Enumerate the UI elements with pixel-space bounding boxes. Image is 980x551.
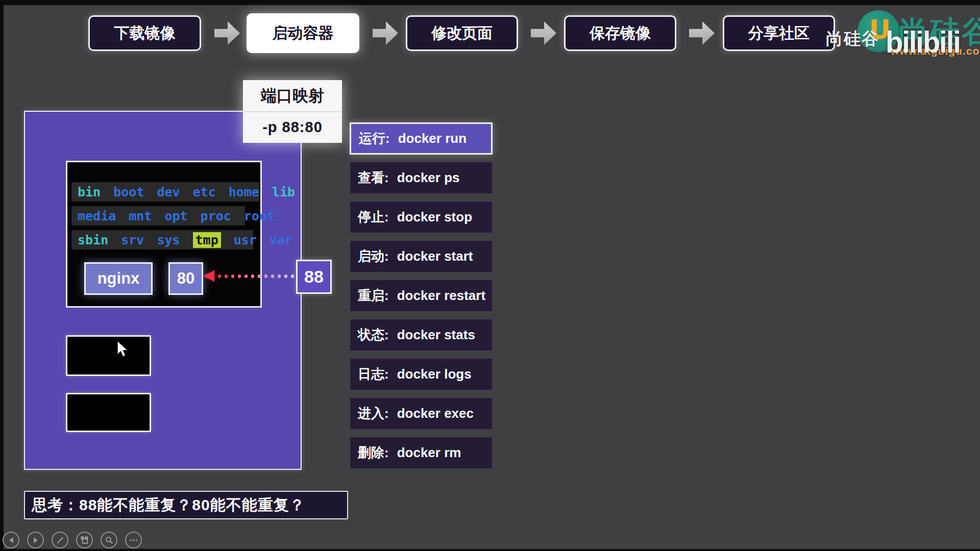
dir-entry: opt (164, 209, 187, 223)
command-text: docker stop (397, 209, 472, 225)
container-terminal[interactable]: bin boot dev etc home lib media mnt opt … (66, 161, 262, 308)
dir-entry: root (244, 209, 275, 223)
next-slide-button[interactable] (27, 532, 44, 548)
flow-arrow-icon (214, 21, 240, 45)
flow-step-label: 下载镜像 (114, 23, 176, 44)
port-mapping-title: 端口映射 (243, 80, 342, 112)
dir-entry: sys (157, 233, 180, 247)
dir-entry: boot (113, 185, 144, 199)
command-label: 重启: (358, 287, 389, 305)
branding-area: U 尚硅谷 www.atguigu.com bilibili 尚硅谷 (817, 5, 980, 64)
command-label: 运行: (359, 130, 390, 147)
nginx-shape[interactable]: nginx (84, 262, 153, 295)
terminal-dir-row: sbin srv sys tmp usr var (71, 230, 253, 249)
flow-step-start-container[interactable]: 启动容器 (247, 13, 359, 53)
port-mapping-value: -p 88:80 (243, 112, 342, 142)
frame-edge-left (0, 0, 4, 551)
command-row-run[interactable]: 运行: docker run (350, 122, 493, 155)
container-port-80-shape[interactable]: 80 (168, 262, 203, 295)
command-row-logs[interactable]: 日志: docker logs (350, 358, 493, 390)
slide-canvas: 下载镜像 启动容器 修改页面 保存镜像 分享社区 U 尚硅谷 www.atgui… (0, 0, 980, 551)
command-text: docker start (397, 248, 473, 264)
command-row-start[interactable]: 启动: docker start (350, 240, 493, 272)
port-80-label: 80 (177, 269, 194, 288)
flow-step-modify-page[interactable]: 修改页面 (406, 15, 518, 51)
slides-icon (80, 536, 89, 544)
command-text: docker restart (397, 288, 485, 304)
command-label: 停止: (358, 208, 389, 226)
command-text: docker ps (397, 170, 460, 186)
mapping-arrowhead-icon (203, 270, 214, 282)
pen-button[interactable] (52, 532, 68, 548)
port-mapping-callout[interactable]: 端口映射 -p 88:80 (243, 80, 342, 143)
command-row-stop[interactable]: 停止: docker stop (350, 201, 493, 233)
flow-step-label: 分享社区 (748, 23, 810, 44)
command-label: 进入: (358, 405, 389, 422)
command-text: docker stats (397, 327, 475, 343)
flow-step-download-image[interactable]: 下载镜像 (88, 15, 201, 51)
dir-entry: proc (201, 209, 231, 223)
dir-entry: var (270, 233, 292, 247)
command-row-rm[interactable]: 删除: docker rm (350, 437, 493, 469)
presentation-toolbar (3, 532, 142, 548)
dir-entry: etc (193, 185, 216, 199)
command-text: docker exec (397, 406, 474, 421)
more-icon (130, 539, 138, 542)
previous-slide-button[interactable] (3, 532, 19, 548)
port-88-label: 88 (304, 267, 324, 287)
zoom-button[interactable] (101, 532, 117, 548)
flow-arrow-icon (689, 21, 715, 45)
dir-entry: bin (78, 185, 101, 199)
empty-container-box-2[interactable] (66, 393, 151, 432)
command-label: 启动: (358, 247, 389, 265)
empty-container-box-1[interactable] (66, 335, 151, 376)
dir-entry: srv (121, 233, 144, 247)
zoom-icon (105, 536, 113, 544)
command-text: docker rm (397, 445, 461, 461)
command-label: 查看: (358, 169, 389, 187)
host-machine-panel[interactable]: bin boot dev etc home lib media mnt opt … (24, 111, 302, 470)
previous-icon (8, 537, 14, 544)
dir-entry: home (229, 185, 259, 199)
command-row-restart[interactable]: 重启: docker restart (350, 280, 493, 312)
question-banner: 思考：88能不能重复？80能不能重复？ (24, 491, 348, 519)
host-port-88-shape[interactable]: 88 (296, 260, 332, 294)
flow-step-label: 修改页面 (431, 23, 493, 44)
pen-icon (56, 536, 64, 544)
terminal-dir-row: media mnt opt proc root (71, 206, 245, 226)
bilibili-logo: bilibili (886, 24, 960, 59)
more-options-button[interactable] (125, 532, 142, 548)
channel-name-text: 尚硅谷 (826, 28, 879, 51)
flow-arrow-icon (373, 21, 398, 45)
command-text: docker run (398, 131, 467, 146)
dir-entry: dev (157, 185, 180, 199)
question-text: 思考：88能不能重复？80能不能重复？ (32, 495, 305, 516)
dir-entry: usr (234, 233, 257, 247)
command-row-ps[interactable]: 查看: docker ps (350, 162, 493, 194)
command-text: docker logs (397, 366, 472, 382)
dir-entry-tmp-highlighted: tmp (193, 232, 221, 248)
flow-step-save-image[interactable]: 保存镜像 (564, 15, 676, 51)
flow-arrow-icon (531, 21, 556, 45)
frame-edge-top (0, 0, 980, 5)
nginx-label: nginx (97, 269, 140, 288)
dir-entry: lib (272, 185, 295, 199)
command-label: 删除: (358, 444, 389, 462)
command-row-exec[interactable]: 进入: docker exec (350, 397, 493, 430)
dir-entry: mnt (129, 209, 152, 223)
command-label: 状态: (358, 326, 389, 344)
slides-overview-button[interactable] (76, 532, 93, 548)
next-icon (33, 537, 39, 544)
command-row-stats[interactable]: 状态: docker stats (350, 319, 493, 351)
flow-step-label: 启动容器 (273, 23, 334, 44)
mapping-dotted-line (216, 274, 295, 279)
command-label: 日志: (358, 365, 389, 383)
dir-entry: sbin (78, 233, 108, 247)
terminal-dir-row: bin boot dev etc home lib (71, 182, 259, 202)
flow-step-label: 保存镜像 (590, 23, 651, 44)
frame-edge-bottom (0, 549, 980, 551)
mouse-cursor-icon (116, 341, 132, 360)
dir-entry: media (78, 209, 116, 223)
